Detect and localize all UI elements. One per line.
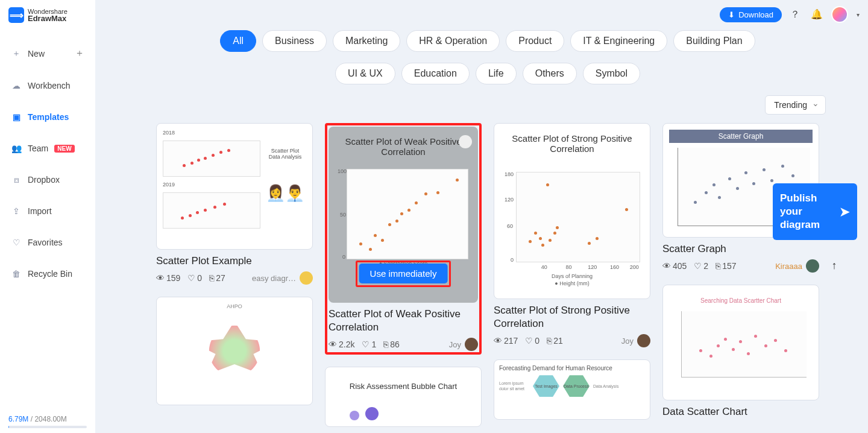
views-stat: 👁 405 — [662, 261, 687, 271]
likes-stat: ♡ 0 — [187, 273, 202, 283]
sidebar: ⟹ Wondershare EdrawMax ＋ New ＋ ☁ Workben… — [0, 0, 95, 433]
plus-box-icon: ＋ — [11, 48, 22, 59]
chip-product[interactable]: Product — [506, 30, 564, 52]
likes-stat: ♡ 0 — [525, 336, 539, 346]
chip-uiux[interactable]: UI & UX — [335, 63, 395, 84]
new-badge: NEW — [54, 145, 74, 153]
template-thumbnail[interactable]: Searching Data Scartter Chart — [662, 285, 819, 400]
storage-indicator: 6.79M / 2048.00M — [6, 415, 89, 433]
views-stat: 👁 2.2k — [329, 340, 354, 349]
copies-stat: ⎘ 86 — [383, 340, 400, 349]
template-title: Data Scatter Chart — [662, 405, 819, 419]
author-name: Joy — [449, 340, 461, 349]
template-card[interactable]: 2018 2019 Scatter Plot Data Analysis — [156, 123, 313, 285]
template-title: Scatter Graph — [662, 242, 819, 256]
chip-life[interactable]: Life — [476, 63, 517, 84]
author-avatar[interactable] — [637, 334, 650, 347]
sidebar-item-import[interactable]: ⇪ Import — [6, 200, 89, 223]
template-card-highlighted[interactable]: Scatter Plot of Weak Positive Correlatio… — [325, 123, 482, 355]
author-name: Joy — [621, 337, 634, 346]
send-icon: ➤ — [840, 204, 850, 220]
template-thumbnail[interactable]: AHPO — [156, 297, 313, 405]
template-thumbnail[interactable]: Scatter Plot of Strong Positive Correlat… — [494, 123, 650, 299]
plus-icon[interactable]: ＋ — [75, 47, 84, 60]
main-area: All Business Marketing HR & Operation Pr… — [95, 0, 868, 433]
template-card[interactable]: Searching Data Scartter Chart Data Scatt… — [662, 285, 819, 419]
copies-stat: ⎘ 21 — [547, 336, 563, 346]
template-thumbnail[interactable]: 2018 2019 Scatter Plot Data Analysis — [156, 123, 313, 250]
template-icon: ▣ — [11, 112, 22, 122]
sidebar-item-label: Import — [28, 206, 52, 216]
chip-marketing[interactable]: Marketing — [333, 30, 400, 52]
likes-stat: ♡ 2 — [694, 261, 708, 271]
views-stat: 👁 159 — [156, 273, 180, 283]
chip-others[interactable]: Others — [523, 63, 577, 84]
people-icon: 👥 — [11, 143, 22, 154]
logo-icon: ⟹ — [8, 7, 24, 23]
template-meta: 👁 159 ♡ 0 ⎘ 27 easy diagr… — [156, 271, 313, 285]
template-meta: 👁 2.2k ♡ 1 ⎘ 86 Joy — [329, 338, 478, 351]
sidebar-item-new[interactable]: ＋ New ＋ — [6, 41, 89, 66]
sidebar-item-dropbox[interactable]: ⧈ Dropbox — [6, 168, 89, 191]
chip-education[interactable]: Education — [401, 63, 470, 84]
sidebar-item-recycle[interactable]: 🗑 Recycle Bin — [6, 262, 89, 285]
template-grid: 2018 2019 Scatter Plot Data Analysis — [131, 123, 844, 427]
sidebar-item-label: Templates — [28, 112, 69, 122]
sidebar-item-favorites[interactable]: ♡ Favorites — [6, 231, 89, 254]
chip-all[interactable]: All — [220, 30, 256, 52]
author-name: Kiraaaa — [775, 262, 802, 271]
views-stat: 👁 217 — [494, 336, 518, 346]
trash-icon: 🗑 — [11, 268, 22, 279]
chip-business[interactable]: Business — [262, 30, 327, 52]
filter-chips-row2: UI & UX Education Life Others Symbol — [131, 63, 844, 84]
heart-icon: ♡ — [11, 237, 22, 248]
sidebar-item-label: Favorites — [28, 238, 63, 247]
sidebar-item-label: New — [28, 49, 45, 58]
scroll-top-button[interactable]: ↑ — [825, 256, 844, 275]
sidebar-item-label: Dropbox — [28, 175, 60, 185]
import-icon: ⇪ — [11, 206, 22, 216]
chip-building[interactable]: Building Plan — [673, 30, 755, 52]
sidebar-item-label: Team — [28, 144, 48, 153]
template-thumbnail[interactable]: Scatter Plot of Weak Positive Correlatio… — [329, 127, 478, 303]
template-title: Scatter Plot of Weak Positive Correlatio… — [329, 308, 478, 334]
sidebar-item-workbench[interactable]: ☁ Workbench — [6, 74, 89, 97]
template-title: Scatter Plot of Strong Positive Correlat… — [494, 304, 650, 330]
brand-logo[interactable]: ⟹ Wondershare EdrawMax — [6, 7, 89, 23]
favorite-icon[interactable] — [459, 135, 472, 148]
copies-stat: ⎘ 157 — [715, 261, 736, 271]
author-avatar[interactable] — [465, 338, 478, 351]
author-name: easy diagr… — [252, 274, 296, 283]
chip-it[interactable]: IT & Engineering — [570, 30, 667, 52]
sidebar-item-label: Workbench — [28, 81, 71, 90]
template-thumbnail[interactable]: Forecasting Demand for Human Resource Lo… — [494, 359, 650, 420]
template-title: Scatter Plot Example — [156, 254, 313, 268]
template-card[interactable]: Scatter Plot of Strong Positive Correlat… — [494, 123, 650, 347]
sidebar-item-templates[interactable]: ▣ Templates — [6, 106, 89, 128]
author-avatar[interactable] — [806, 259, 819, 273]
chip-symbol[interactable]: Symbol — [583, 63, 640, 84]
use-immediately-button[interactable]: Use immediately — [359, 264, 448, 283]
likes-stat: ♡ 1 — [362, 340, 376, 349]
cloud-icon: ☁ — [11, 80, 22, 91]
template-meta: 👁 405 ♡ 2 ⎘ 157 Kiraaaa — [662, 259, 819, 273]
template-card[interactable]: Forecasting Demand for Human Resource Lo… — [494, 359, 650, 420]
sidebar-item-team[interactable]: 👥 Team NEW — [6, 137, 89, 160]
template-card[interactable]: AHPO — [156, 297, 313, 405]
template-thumbnail[interactable]: Risk Assessment Bubble Chart — [325, 367, 482, 427]
filter-chips: All Business Marketing HR & Operation Pr… — [131, 30, 844, 52]
chip-hr[interactable]: HR & Operation — [406, 30, 500, 52]
sidebar-item-label: Recycle Bin — [28, 269, 72, 279]
template-card[interactable]: Risk Assessment Bubble Chart — [325, 367, 482, 427]
author-avatar[interactable] — [300, 271, 313, 285]
publish-diagram-button[interactable]: Publish your diagram ➤ — [773, 183, 857, 240]
template-meta: 👁 217 ♡ 0 ⎘ 21 Joy — [494, 334, 650, 347]
sort-select[interactable]: Trending — [765, 95, 826, 115]
dropbox-icon: ⧈ — [11, 174, 22, 185]
logo-text: Wondershare EdrawMax — [28, 8, 68, 22]
copies-stat: ⎘ 27 — [209, 273, 225, 283]
